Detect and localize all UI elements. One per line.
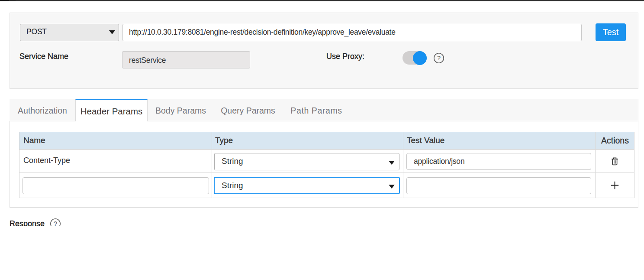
svg-text:?: ? — [54, 220, 57, 226]
svg-text:?: ? — [437, 54, 441, 62]
